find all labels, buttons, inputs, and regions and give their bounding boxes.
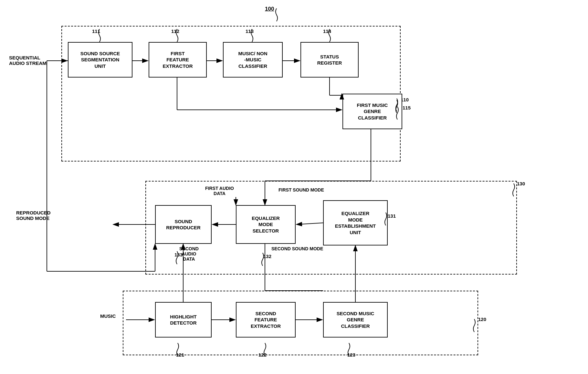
ref-111: 111 — [92, 28, 100, 34]
ref-132: 132 — [263, 254, 271, 259]
equalizer-selector-block: EQUALIZERMODESELECTOR — [236, 205, 296, 244]
highlight-detector-block: HIGHLIGHTDETECTOR — [155, 302, 212, 338]
ref-122: 122 — [258, 352, 267, 358]
ref-113: 113 — [246, 28, 254, 34]
second-music-genre-block: SECOND MUSICGENRECLASSIFIER — [323, 302, 388, 338]
music-label: MUSIC — [100, 313, 116, 319]
sound-reproducer-block: SOUNDREPRODUCER — [155, 205, 212, 244]
music-classifier-block: MUSIC/ NON-MUSICCLASSIFIER — [223, 42, 283, 78]
ref-130: 130 — [517, 181, 525, 186]
second-sound-mode-label: SECOND SOUND MODE — [271, 246, 323, 251]
diagram: 100 110 130 120 SOUND SOURCESEGMENTATION… — [0, 0, 588, 374]
ref-114: 114 — [323, 28, 331, 34]
sequential-audio-label: SEQUENTIALAUDIO STREAM — [9, 55, 47, 66]
ref-121: 121 — [176, 352, 184, 358]
first-audio-data-label: FIRST AUDIODATA — [205, 186, 234, 196]
ref-112: 112 — [171, 28, 179, 34]
ref-131: 131 — [388, 213, 396, 219]
ref-120: 120 — [478, 317, 486, 322]
ref-115: 115 — [403, 105, 411, 110]
equalizer-establish-block: EQUALIZERMODEESTABLISHMENTUNIT — [323, 200, 388, 245]
status-register-block: STATUSREGISTER — [300, 42, 359, 78]
diagram-title: 100 — [265, 6, 274, 12]
ref-123: 123 — [347, 352, 355, 358]
first-feature-block: FIRSTFEATUREEXTRACTOR — [149, 42, 207, 78]
first-music-genre-block: FIRST MUSICGENRECLASSIFIER — [342, 94, 402, 129]
reproduced-sound-label: REPRODUCEDSOUND MODE — [16, 210, 51, 221]
first-sound-mode-label: FIRST SOUND MODE — [278, 187, 324, 192]
second-feature-block: SECONDFEATUREEXTRACTOR — [236, 302, 296, 338]
sound-source-block: SOUND SOURCESEGMENTATIONUNIT — [68, 42, 132, 78]
ref-133: 133 — [174, 252, 183, 257]
